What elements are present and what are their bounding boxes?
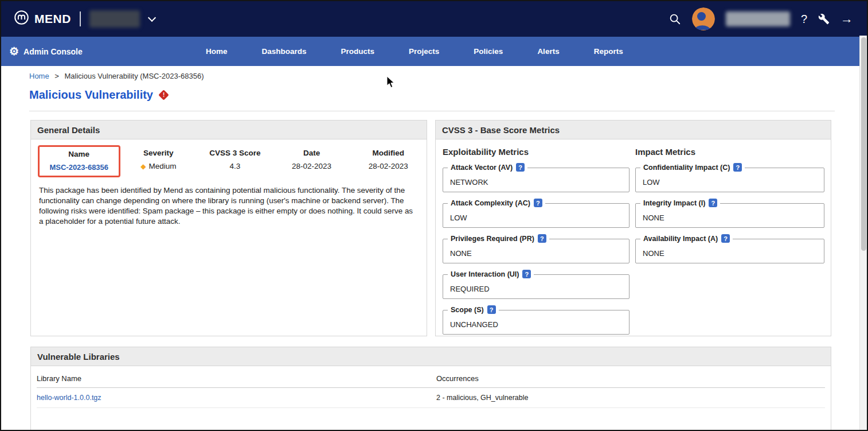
availability-impact-field: Availability Impact (A) ? NONE [635,239,824,263]
vulnerability-id-link[interactable]: MSC-2023-68356 [49,163,108,172]
topbar-actions: ? → [668,7,853,30]
cvss-score-header: CVSS 3 Score [197,149,273,157]
user-interaction-help-icon[interactable]: ? [522,270,531,278]
gear-icon: ⚙ [9,46,19,57]
scope-help-icon[interactable]: ? [487,305,496,314]
title-divider [29,111,835,111]
attack-complexity-value: LOW [450,213,467,222]
impact-metrics-column: Impact Metrics Confidentiality Impact (C… [635,147,824,263]
date-column: Date 28-02-2023 [273,144,350,170]
modified-value: 28-02-2023 [350,162,427,170]
availability-impact-help-icon[interactable]: ? [721,234,730,243]
attack-vector-label: Attack Vector (AV) [451,164,513,172]
mend-logo-icon [14,10,29,28]
nav-item-policies[interactable]: Policies [456,47,520,56]
nav-item-projects[interactable]: Projects [392,47,456,56]
chevron-down-icon[interactable] [148,14,156,22]
user-interaction-value: REQUIRED [450,285,490,293]
exploitability-metrics-column: Exploitability Metrics Attack Vector (AV… [443,147,630,335]
integrity-impact-field: Integrity Impact (I) ? NONE [635,203,824,228]
breadcrumb-current: Malicious Vulnerability (MSC-2023-68356) [65,72,204,80]
nav-item-home[interactable]: Home [189,47,245,56]
user-avatar[interactable] [692,7,715,30]
attack-complexity-label: Attack Complexity (AC) [451,199,530,207]
availability-impact-label: Availability Impact (A) [643,235,718,243]
organization-selector[interactable] [89,10,140,28]
attack-complexity-field: Attack Complexity (AC) ? LOW [443,203,630,228]
table-row: hello-world-1.0.0.tgz 2 - malicious, GH_… [37,388,825,408]
modified-header: Modified [350,149,427,157]
top-bar: MEND ? [1,1,867,37]
privileges-required-label: Privileges Required (PR) [451,235,534,243]
exploitability-metrics-title: Exploitability Metrics [443,147,630,157]
scope-value: UNCHANGED [450,320,498,329]
library-link[interactable]: hello-world-1.0.0.tgz [37,394,101,402]
modified-column: Modified 28-02-2023 [350,144,427,170]
severity-column-header: Severity [120,149,197,157]
cvss-panel: CVSS 3 - Base Score Metrics Exploitabili… [435,120,831,336]
logout-arrow-icon[interactable]: → [840,13,853,25]
nav-items: Home Dashboards Products Projects Polici… [189,37,640,66]
username-blurred[interactable] [726,11,790,26]
user-interaction-label: User Interaction (UI) [451,270,519,278]
brand-text: MEND [34,12,71,26]
date-value: 28-02-2023 [273,162,350,170]
vulnerable-libraries-table: Library Name Occurrences hello-world-1.0… [31,366,831,408]
wrench-icon[interactable] [818,13,830,25]
vulnerable-libraries-panel: Vulnerable Libraries Library Name Occurr… [30,347,831,431]
privileges-required-value: NONE [450,249,472,258]
confidentiality-impact-label: Confidentiality Impact (C) [643,164,730,172]
topbar-divider [80,11,81,26]
date-header: Date [273,149,350,157]
mouse-cursor [386,76,396,91]
attack-vector-value: NETWORK [450,178,488,187]
scope-field: Scope (S) ? UNCHANGED [443,310,630,335]
vulnerability-description: This package has been identified by Mend… [31,177,427,227]
severity-column: Severity ◆Medium [120,144,197,170]
occurrences-value: 2 - malicious, GH_vulnerable [436,394,825,402]
nav-item-reports[interactable]: Reports [577,47,640,56]
attack-vector-help-icon[interactable]: ? [516,163,525,172]
cvss-score-value: 4.3 [197,162,273,170]
breadcrumb: Home > Malicious Vulnerability (MSC-2023… [29,72,204,80]
library-name-column-header: Library Name [37,374,436,383]
integrity-impact-value: NONE [643,213,664,222]
integrity-impact-help-icon[interactable]: ? [709,199,717,207]
help-icon[interactable]: ? [801,13,807,25]
table-header-row: Library Name Occurrences [37,370,825,388]
admin-console-label: Admin Console [24,47,83,56]
confidentiality-impact-value: LOW [643,178,660,187]
privileges-required-help-icon[interactable]: ? [538,234,546,243]
confidentiality-impact-field: Confidentiality Impact (C) ? LOW [635,168,824,192]
confidentiality-impact-help-icon[interactable]: ? [733,163,742,172]
malicious-warning-icon: ! [158,90,169,100]
privileges-required-field: Privileges Required (PR) ? NONE [443,239,630,263]
severity-value: Medium [148,162,176,170]
general-details-header: General Details [31,121,427,139]
breadcrumb-separator: > [54,72,59,80]
integrity-impact-label: Integrity Impact (I) [643,199,705,207]
occurrences-column-header: Occurrences [436,374,825,383]
impact-metrics-title: Impact Metrics [635,147,824,157]
scrollbar-thumb[interactable] [861,37,866,251]
search-icon[interactable] [668,13,681,25]
cvss-panel-header: CVSS 3 - Base Score Metrics [436,121,831,139]
page-title: Malicious Vulnerability ! [29,88,167,102]
nav-item-dashboards[interactable]: Dashboards [245,47,324,56]
admin-console-button[interactable]: ⚙ Admin Console [9,37,83,66]
general-details-table: Name MSC-2023-68356 Severity ◆Medium CVS… [31,139,427,177]
mend-logo[interactable]: MEND [14,10,71,28]
general-details-panel: General Details Name MSC-2023-68356 Seve… [30,120,427,336]
name-column-highlighted: Name MSC-2023-68356 [38,145,120,177]
breadcrumb-home-link[interactable]: Home [29,72,49,80]
user-interaction-field: User Interaction (UI) ? REQUIRED [443,274,630,299]
main-nav: ⚙ Admin Console Home Dashboards Products… [1,37,867,66]
attack-complexity-help-icon[interactable]: ? [534,199,542,207]
severity-medium-icon: ◆ [140,162,146,170]
name-column-header: Name [40,150,119,158]
nav-item-products[interactable]: Products [324,47,392,56]
attack-vector-field: Attack Vector (AV) ? NETWORK [443,168,630,192]
nav-item-alerts[interactable]: Alerts [520,47,576,56]
scope-label: Scope (S) [451,306,484,314]
vertical-scrollbar[interactable] [859,36,867,430]
